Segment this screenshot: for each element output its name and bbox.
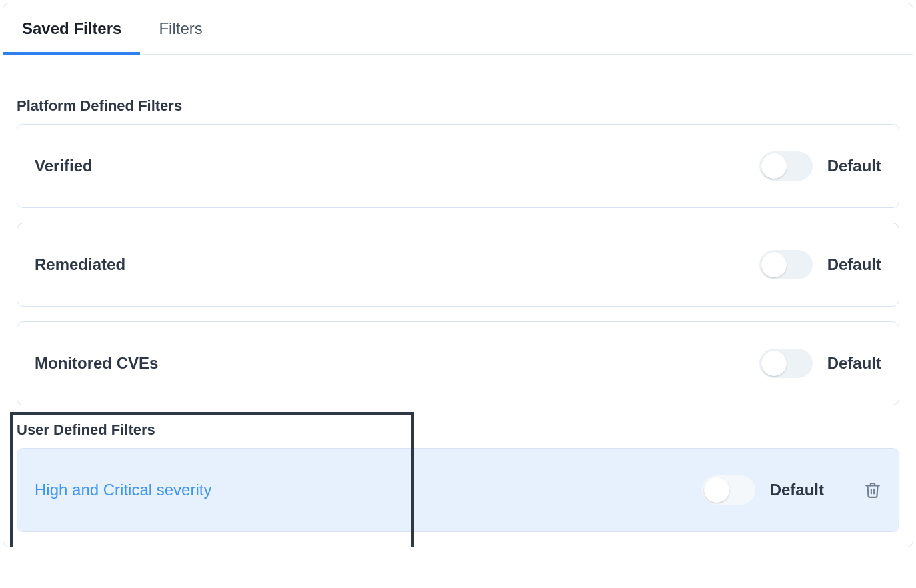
- user-defined-section: User Defined Filters High and Critical s…: [17, 421, 899, 532]
- default-label: Default: [827, 157, 881, 175]
- default-toggle[interactable]: [759, 349, 813, 378]
- filter-name-link[interactable]: High and Critical severity: [35, 481, 211, 499]
- tab-filters[interactable]: Filters: [140, 3, 221, 54]
- default-toggle[interactable]: [759, 250, 813, 279]
- filter-name-label: Remediated: [35, 255, 125, 274]
- tabs-bar: Saved Filters Filters: [3, 3, 913, 55]
- content-area: Platform Defined Filters Verified Defaul…: [3, 55, 913, 532]
- filter-row-monitored-cves[interactable]: Monitored CVEs Default: [17, 321, 899, 405]
- filter-controls: Default: [702, 475, 881, 505]
- platform-defined-heading: Platform Defined Filters: [17, 97, 899, 115]
- filter-row-remediated[interactable]: Remediated Default: [17, 223, 899, 307]
- filter-name-label: Monitored CVEs: [35, 354, 158, 373]
- filter-controls: Default: [759, 250, 881, 279]
- trash-icon[interactable]: [864, 481, 881, 499]
- toggle-knob: [704, 477, 729, 503]
- user-defined-heading: User Defined Filters: [17, 421, 899, 439]
- toggle-knob: [761, 153, 787, 179]
- filter-name-label: Verified: [35, 157, 93, 175]
- filter-controls: Default: [759, 349, 881, 378]
- tab-saved-filters[interactable]: Saved Filters: [3, 3, 140, 54]
- filter-row-verified[interactable]: Verified Default: [17, 124, 899, 208]
- filter-controls: Default: [759, 151, 881, 181]
- default-label: Default: [827, 255, 881, 274]
- filters-panel: Saved Filters Filters Platform Defined F…: [3, 3, 913, 547]
- default-toggle[interactable]: [759, 151, 813, 181]
- default-label: Default: [827, 354, 881, 373]
- toggle-knob: [761, 252, 787, 277]
- default-toggle[interactable]: [702, 475, 755, 505]
- filter-row-high-critical[interactable]: High and Critical severity Default: [17, 448, 899, 532]
- toggle-knob: [761, 351, 787, 376]
- default-label: Default: [770, 481, 824, 499]
